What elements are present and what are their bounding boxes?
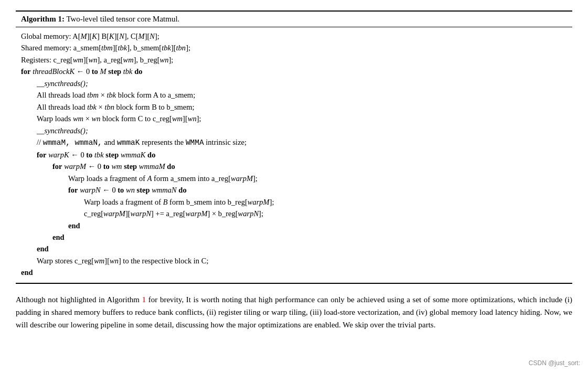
algo-line-6: All threads load tbk × tbn block form B … bbox=[21, 101, 567, 113]
algo-line-20: end bbox=[21, 267, 567, 278]
algo-line-18: end bbox=[21, 243, 567, 254]
algo-line-7: Warp loads wm × wn block form C to c_reg… bbox=[21, 113, 567, 124]
algo-line-11: for warpM ← 0 to wm step wmmaM do bbox=[21, 161, 567, 172]
algo-line-9: // wmmaM, wmmaN, and wmmaK represents th… bbox=[21, 136, 567, 148]
algorithm-box: Algorithm 1: Two-level tiled tensor core… bbox=[16, 10, 572, 284]
algo-line-16: end bbox=[21, 220, 567, 231]
paragraph-text: Although not highlighted in Algorithm 1 … bbox=[16, 295, 572, 329]
algo-line-17: end bbox=[21, 231, 567, 243]
algo-line-13: for warpN ← 0 to wn step wmmaN do bbox=[21, 184, 567, 196]
algo-line-5: All threads load tbm × tbk block form A … bbox=[21, 89, 567, 101]
algo-line-8: __syncthreads(); bbox=[21, 125, 567, 136]
algorithm-title-bold: Algorithm 1: bbox=[21, 15, 65, 23]
algo-line-15: c_reg[warpM][warpN] += a_reg[warpM] × b_… bbox=[21, 208, 567, 219]
algo-line-10: for warpK ← 0 to tbk step wmmaK do bbox=[21, 149, 567, 161]
watermark: CSDN @just_sort: bbox=[529, 359, 580, 367]
algo-line-12: Warp loads a fragment of A form a_smem i… bbox=[21, 173, 567, 184]
algorithm-ref-link[interactable]: 1 bbox=[142, 295, 146, 304]
paragraph-section: Although not highlighted in Algorithm 1 … bbox=[16, 293, 572, 331]
algo-line-14: Warp loads a fragment of B form b_smem i… bbox=[21, 196, 567, 208]
algo-line-19: Warp stores c_reg[wm][wn] to the respect… bbox=[21, 255, 567, 267]
algorithm-header: Algorithm 1: Two-level tiled tensor core… bbox=[16, 12, 572, 27]
algo-line-0: Global memory: A[M][K] B[K][N], C[M][N]; bbox=[21, 30, 567, 42]
algorithm-title-text: Two-level tiled tensor core Matmul. bbox=[66, 15, 179, 23]
algo-line-4: __syncthreads(); bbox=[21, 78, 567, 89]
algo-line-2: Registers: c_reg[wm][wn], a_reg[wm], b_r… bbox=[21, 54, 567, 66]
algo-line-1: Shared memory: a_smem[tbm][tbk], b_smem[… bbox=[21, 42, 567, 54]
algorithm-body: Global memory: A[M][K] B[K][N], C[M][N];… bbox=[16, 27, 572, 283]
algo-line-3: for threadBlockK ← 0 to M step tbk do bbox=[21, 66, 567, 77]
